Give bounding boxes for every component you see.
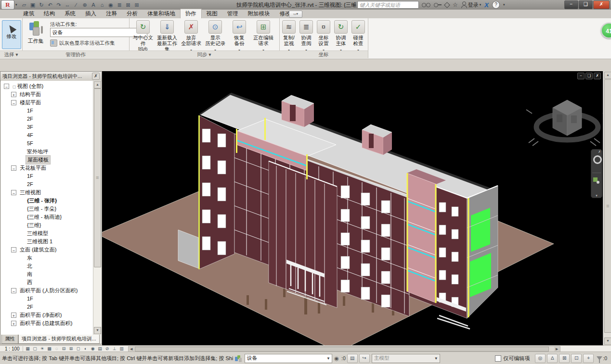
temporary-view-properties-icon[interactable]: ▤ <box>97 346 104 351</box>
sun-path-off-icon[interactable]: ☀ <box>39 346 46 351</box>
zoom-icon[interactable] <box>593 177 598 182</box>
select-underlay-elements-toggle[interactable]: ∆ <box>547 354 558 363</box>
search-help-icon[interactable] <box>422 3 430 7</box>
tree-area-net[interactable]: 面积平面 (净面积) <box>1 311 94 319</box>
navbar-chevron-icon[interactable]: ▾ <box>591 194 602 198</box>
editable-only-checkbox[interactable] <box>495 355 501 362</box>
view-close-icon[interactable]: ✗ <box>594 73 601 79</box>
design-option-dropdown[interactable]: 主模型 ▼ <box>372 354 440 363</box>
tree-expander-icon[interactable] <box>11 321 16 326</box>
restore-backup-button[interactable]: ↩ 恢复 备份 <box>227 19 251 51</box>
synchronize-panel-label[interactable]: 同步 ▾ <box>129 50 279 58</box>
ribbon-tab[interactable]: 系统 <box>60 9 80 18</box>
select-pinned-elements-toggle[interactable]: ⊠ <box>559 354 570 363</box>
tag-icon[interactable]: ⊕ <box>81 1 89 9</box>
tree-expander-icon[interactable] <box>11 165 16 171</box>
show-history-button[interactable]: ⊙ 显示 历史记录 <box>203 19 227 51</box>
sync-with-central-button[interactable]: ↻ 与中心文件 同步 <box>131 19 155 51</box>
tree-floor-plans[interactable]: 楼层平面 <box>1 99 94 107</box>
ribbon-tab[interactable]: 体量和场地 <box>143 9 180 18</box>
search-input[interactable]: 键入关键字或短语 <box>357 1 419 9</box>
tree-3d-yangyudi[interactable]: {三维 - 杨雨迪} <box>1 213 94 221</box>
scroll-down-icon[interactable]: ▼ <box>94 327 101 334</box>
project-browser-close-icon[interactable]: ✗ <box>92 73 100 80</box>
tree-expander-icon[interactable] <box>4 84 9 89</box>
relinquish-all-button[interactable]: ✗ 放弃 全部请求 <box>179 19 203 51</box>
text-icon[interactable]: A <box>90 1 98 9</box>
thin-lines-icon[interactable]: ≣ <box>116 1 124 9</box>
ribbon-tab[interactable]: 分析 <box>122 9 143 18</box>
tree-exterior-grade[interactable]: 室外地坪 <box>1 148 94 156</box>
measure-icon[interactable]: ↔ <box>64 1 72 9</box>
tree-expander-icon[interactable] <box>11 288 16 293</box>
tree-elevation-west[interactable]: 西 <box>1 278 94 287</box>
modify-button[interactable]: 修改 <box>2 20 21 49</box>
view-restore-icon[interactable]: ❑ <box>585 73 593 79</box>
tree-ceiling-1f[interactable]: 1F <box>1 172 94 180</box>
tree-elevation-north[interactable]: 北 <box>1 262 94 270</box>
reveal-hidden-elements-icon[interactable]: ◉ <box>90 346 96 351</box>
reveal-constraints-icon[interactable]: ⊥ <box>111 346 118 351</box>
interference-check-button[interactable]: ✓ 碰撞 检查 <box>350 19 367 51</box>
west-facade[interactable] <box>198 115 234 269</box>
scroll-up-icon[interactable]: ▲ <box>94 81 101 88</box>
tree-expander-icon[interactable] <box>11 247 16 252</box>
ribbon-tab[interactable]: 建筑 <box>18 9 39 18</box>
add-to-set-button[interactable]: ↪ <box>359 354 370 363</box>
default-3d-view-icon[interactable]: ⌂ <box>98 1 106 9</box>
tree-elevation-south[interactable]: 南 <box>1 270 94 278</box>
view-minimize-icon[interactable]: − <box>577 73 585 79</box>
tree-3d-liduo[interactable]: {三维 - 李朵} <box>1 205 94 213</box>
tree-area-gross[interactable]: 面积平面 (总建筑面积) <box>1 319 94 327</box>
coordinate-settings-button[interactable]: ¤ 坐标 设置 <box>315 19 332 51</box>
tree-3d-zhangyang[interactable]: {三维 - 张洋} <box>1 197 94 205</box>
drawing-area[interactable]: − ❑ ✗ ✗ ▾ <box>102 71 603 345</box>
tree-expander-icon[interactable] <box>11 100 16 105</box>
project-browser-header[interactable]: 项目浏览器 - 技师学院机电培训中... ✗ <box>0 72 102 81</box>
section-icon[interactable]: ∕ <box>72 1 80 9</box>
design-options-button[interactable]: ▤ <box>347 354 358 363</box>
open-file-icon[interactable]: ▱ <box>20 1 28 9</box>
save-icon[interactable]: ▣ <box>29 1 37 9</box>
gray-inactive-worksets-toggle[interactable]: 以灰色显示非活动工作集 <box>50 39 115 47</box>
ribbon-display-toggle[interactable]: ▭▾ <box>289 11 302 18</box>
close-inactive-windows-icon[interactable]: ⊠ <box>124 1 132 9</box>
tree-area-2f[interactable]: 2F <box>1 303 94 311</box>
help-button[interactable]: ? <box>492 1 500 9</box>
viewport-vertical-scrollbar[interactable]: ▲ ▼ <box>603 71 611 345</box>
tree-3d-views[interactable]: 三维视图 <box>1 188 94 197</box>
tree-area-1f[interactable]: 1F <box>1 295 94 303</box>
3d-building-model[interactable] <box>102 71 603 345</box>
view-cube[interactable] <box>526 100 603 146</box>
scrollbar-thumb[interactable] <box>135 347 549 351</box>
tree-ceiling-plans[interactable]: 天花板平面 <box>1 164 94 172</box>
ribbon-tab[interactable]: 结构 <box>39 9 60 18</box>
ribbon-tab[interactable]: 管理 <box>222 9 243 18</box>
editing-requests-button[interactable]: ⊞ 正在编辑 请求 <box>251 19 275 51</box>
navigation-bar[interactable]: ✗ ▾ <box>591 149 602 198</box>
favorites-star-icon[interactable]: ☆ <box>453 1 458 8</box>
copy-monitor-button[interactable]: ≋ 复制/ 监视 <box>280 19 298 51</box>
tree-floor-3f[interactable]: 3F <box>1 123 94 131</box>
restore-button[interactable]: ❑ <box>579 0 593 9</box>
communication-center-icon[interactable] <box>445 3 449 7</box>
switch-windows-icon[interactable]: ⊞ <box>133 1 141 9</box>
project-browser-scrollbar[interactable]: ▲ ▼ <box>93 81 101 335</box>
worksets-status-icon[interactable] <box>235 355 243 362</box>
drag-elements-on-selection-toggle[interactable]: + <box>583 354 594 363</box>
scroll-right-icon[interactable]: ▶ <box>554 347 560 351</box>
worksets-button[interactable]: 工作集 <box>25 20 46 49</box>
tree-3d-model[interactable]: 三维模型 <box>1 229 94 238</box>
tree-structural-plans[interactable]: 结构平面 <box>1 90 94 99</box>
unlocked-3d-view-icon[interactable]: ◻ <box>75 346 82 351</box>
tree-expander-icon[interactable] <box>11 190 16 195</box>
viewport-horizontal-scrollbar[interactable]: ◀ ▶ <box>128 346 560 352</box>
navbar-close-icon[interactable]: ✗ <box>598 150 601 154</box>
select-links-toggle[interactable]: ◎ <box>535 354 546 363</box>
tree-expander-icon[interactable] <box>11 92 16 97</box>
tree-3d-default[interactable]: {三维} <box>1 221 94 229</box>
minimize-button[interactable]: − <box>564 0 578 9</box>
tree-expander-icon[interactable] <box>11 313 16 318</box>
ribbon-tab[interactable]: 插入 <box>80 9 101 18</box>
tree-floor-2f[interactable]: 2F <box>1 115 94 123</box>
